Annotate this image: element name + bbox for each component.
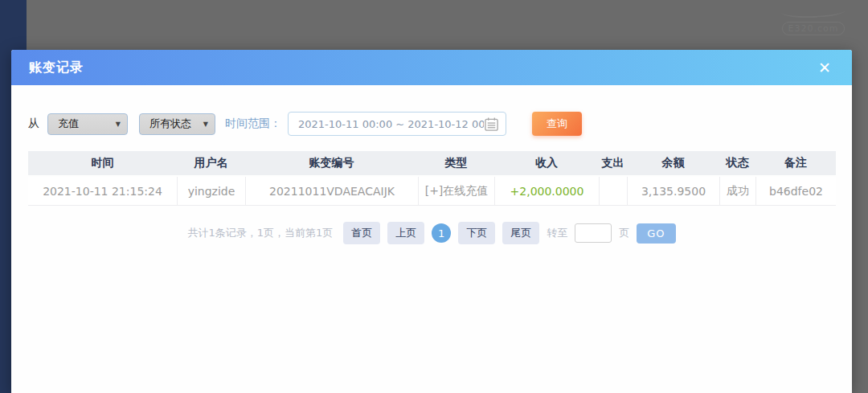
close-icon[interactable]: ✕ bbox=[818, 60, 831, 76]
cell-expense bbox=[599, 177, 627, 206]
date-range-box bbox=[288, 112, 506, 136]
next-page-button[interactable]: 下页 bbox=[458, 222, 495, 244]
query-button[interactable]: 查询 bbox=[532, 112, 582, 136]
goto-label: 转至 bbox=[547, 226, 567, 240]
site-watermark: E320.com bbox=[776, 5, 850, 35]
watermark-domain: E320.com bbox=[782, 22, 845, 35]
first-page-button[interactable]: 首页 bbox=[343, 222, 380, 244]
cell-type: [+]在线充值 bbox=[418, 177, 494, 206]
cell-remark: b46dfe02 bbox=[755, 177, 836, 206]
time-range-label: 时间范围： bbox=[225, 117, 281, 131]
col-status: 状态 bbox=[719, 151, 755, 177]
modal-body: 从 充值 ▼ 所有状态 ▼ 时间范围： bbox=[11, 85, 852, 244]
date-range-input[interactable] bbox=[298, 118, 484, 130]
calendar-icon[interactable] bbox=[484, 117, 499, 132]
from-label: 从 bbox=[28, 117, 39, 131]
table-row: 2021-10-11 21:15:24 yingzide 20211011VDA… bbox=[28, 177, 836, 206]
type-select-value: 充值 bbox=[58, 117, 79, 131]
records-table: 时间 用户名 账变编号 类型 收入 支出 余额 状态 备注 2021-10-11… bbox=[28, 151, 836, 206]
status-select-value: 所有状态 bbox=[149, 117, 191, 131]
col-remark: 备注 bbox=[755, 151, 836, 177]
caret-down-icon: ▼ bbox=[116, 121, 121, 128]
col-balance: 余额 bbox=[627, 151, 719, 177]
cell-status: 成功 bbox=[719, 177, 755, 206]
col-type: 类型 bbox=[418, 151, 494, 177]
current-page-badge: 1 bbox=[432, 223, 451, 243]
cell-record-no: 20211011VDAEACAIJK bbox=[245, 177, 418, 206]
cell-username: yingzide bbox=[177, 177, 245, 206]
caret-down-icon: ▼ bbox=[203, 121, 208, 128]
prev-page-button[interactable]: 上页 bbox=[387, 222, 424, 244]
pagination: 共计1条记录，1页，当前第1页 首页 上页 1 下页 尾页 转至 页 GO bbox=[28, 222, 835, 244]
type-select[interactable]: 充值 ▼ bbox=[47, 113, 128, 135]
go-button[interactable]: GO bbox=[637, 223, 675, 244]
watermark-logo bbox=[781, 4, 846, 19]
account-change-modal: 账变记录 ✕ 从 充值 ▼ 所有状态 ▼ 时间范围： bbox=[11, 50, 852, 393]
col-time: 时间 bbox=[28, 151, 177, 177]
goto-page-input[interactable] bbox=[575, 223, 612, 243]
table-header-row: 时间 用户名 账变编号 类型 收入 支出 余额 状态 备注 bbox=[28, 151, 836, 177]
cell-time: 2021-10-11 21:15:24 bbox=[28, 177, 177, 206]
cell-income: +2,000.0000 bbox=[494, 177, 599, 206]
modal-title: 账变记录 bbox=[29, 59, 84, 76]
col-record-no: 账变编号 bbox=[245, 151, 418, 177]
cell-balance: 3,135.9500 bbox=[627, 177, 719, 206]
last-page-button[interactable]: 尾页 bbox=[502, 222, 539, 244]
filter-row: 从 充值 ▼ 所有状态 ▼ 时间范围： bbox=[28, 112, 835, 136]
col-username: 用户名 bbox=[177, 151, 245, 177]
pagination-summary: 共计1条记录，1页，当前第1页 bbox=[187, 226, 333, 240]
page-unit-label: 页 bbox=[619, 226, 629, 240]
col-expense: 支出 bbox=[599, 151, 627, 177]
modal-header: 账变记录 ✕ bbox=[11, 50, 852, 85]
status-select[interactable]: 所有状态 ▼ bbox=[139, 113, 215, 135]
col-income: 收入 bbox=[494, 151, 599, 177]
